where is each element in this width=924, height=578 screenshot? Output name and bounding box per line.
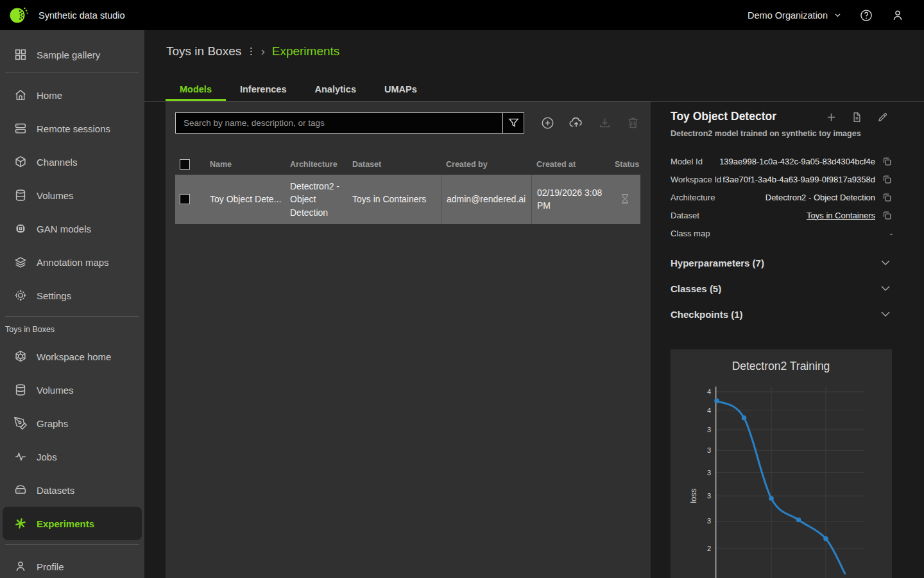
cloud-upload-icon — [569, 116, 584, 131]
app-title: Synthetic data studio — [38, 10, 125, 21]
sidebar-item-workspace-home[interactable]: Workspace home — [0, 340, 144, 373]
chart-ylabel: loss — [689, 488, 698, 504]
workspace-section-label: Toys in Boxes — [0, 317, 144, 340]
field-architecture: Architecture Detectron2 - Object Detecti… — [671, 188, 893, 206]
sidebar-item-ws-volumes[interactable]: Volumes — [0, 373, 144, 407]
sidebar-item-graphs[interactable]: Graphs — [0, 407, 144, 440]
sidebar-item-remote-sessions[interactable]: Remote sessions — [0, 112, 144, 145]
section-checkpoints[interactable]: Checkpoints (1) — [671, 301, 893, 327]
sidebar-item-gan-models[interactable]: GAN models — [0, 212, 144, 245]
rendered-ai-logo-icon — [8, 5, 29, 26]
tab-inferences[interactable]: Inferences — [226, 79, 301, 101]
svg-text:2: 2 — [707, 545, 711, 552]
toolbar-actions — [540, 116, 640, 131]
database-icon — [13, 382, 28, 398]
drive-icon — [13, 482, 28, 498]
training-chart-card: Detectron2 Training loss 44333332 — [671, 349, 892, 578]
sidebar-item-volumes[interactable]: Volumes — [0, 179, 144, 212]
sidebar-item-experiments[interactable]: Experiments — [3, 507, 142, 540]
sidebar-item-label: Settings — [37, 290, 71, 301]
search-input[interactable] — [176, 113, 502, 133]
section-classes[interactable]: Classes (5) — [671, 276, 893, 301]
svg-text:3: 3 — [707, 446, 711, 454]
column-header-architecture[interactable]: Architecture — [285, 160, 347, 169]
sidebar-item-label: Remote sessions — [37, 123, 110, 134]
table-row[interactable]: Toy Object Dete... Detectron2 - Object D… — [175, 175, 640, 224]
section-hyperparameters[interactable]: Hyperparameters (7) — [671, 250, 893, 276]
sidebar-item-label: Sample gallery — [37, 49, 100, 60]
column-header-name[interactable]: Name — [205, 160, 285, 169]
sidebar-item-label: Annotation maps — [37, 257, 109, 268]
sidebar-item-label: Graphs — [37, 418, 68, 429]
sidebar-item-datasets[interactable]: Datasets — [0, 473, 144, 507]
user-profile-icon[interactable] — [891, 8, 905, 22]
grid-icon — [13, 47, 28, 62]
svg-text:4: 4 — [707, 388, 711, 396]
svg-text:3: 3 — [707, 469, 711, 477]
cell-created-at: 02/19/2026 3:08 PM — [531, 175, 610, 224]
plus-icon — [825, 111, 837, 123]
add-button[interactable] — [825, 111, 837, 123]
copy-icon[interactable] — [875, 174, 893, 185]
tab-models[interactable]: Models — [166, 79, 226, 101]
column-header-created-by[interactable]: Created by — [441, 160, 531, 169]
breadcrumb-workspace[interactable]: Toys in Boxes — [166, 44, 241, 58]
plus-circle-icon — [540, 116, 555, 130]
sidebar-item-label: Workspace home — [37, 351, 111, 362]
layers-icon — [13, 254, 28, 270]
edit-button[interactable] — [877, 111, 889, 123]
organization-name: Demo Organization — [748, 10, 828, 21]
chevron-down-icon — [878, 256, 893, 270]
dataset-link[interactable]: Toys in Containers — [699, 211, 875, 220]
column-header-dataset[interactable]: Dataset — [347, 160, 441, 169]
tab-umaps[interactable]: UMAPs — [370, 79, 431, 101]
breadcrumb: Toys in Boxes › Experiments — [166, 44, 339, 58]
sidebar-item-home[interactable]: Home — [0, 78, 144, 112]
sidebar-item-label: Home — [37, 90, 62, 101]
toolbar — [175, 112, 640, 134]
chart-title: Detectron2 Training — [732, 360, 830, 372]
upload-model-button[interactable] — [569, 116, 584, 131]
delete-model-button[interactable] — [626, 116, 640, 130]
sidebar-item-sample-gallery[interactable]: Sample gallery — [0, 37, 144, 73]
sidebar-item-label: Volumes — [37, 190, 74, 201]
tab-analytics[interactable]: Analytics — [301, 79, 370, 101]
asterisk-icon — [13, 516, 28, 531]
sidebar-item-label: Profile — [37, 561, 64, 572]
svg-text:3: 3 — [707, 517, 711, 525]
person-icon — [13, 559, 28, 574]
home-icon — [13, 87, 28, 103]
column-header-created-at[interactable]: Created at — [531, 160, 610, 169]
funnel-icon — [507, 116, 520, 130]
add-model-button[interactable] — [540, 116, 555, 130]
collapsible-sections: Hyperparameters (7) Classes (5) Checkpoi… — [671, 250, 893, 327]
cell-status — [610, 175, 640, 224]
gear-icon — [13, 288, 28, 303]
sidebar-item-jobs[interactable]: Jobs — [0, 440, 144, 473]
sidebar-item-profile[interactable]: Profile — [0, 550, 144, 578]
notes-button[interactable] — [851, 111, 863, 123]
copy-icon[interactable] — [875, 210, 893, 221]
breadcrumb-separator: › — [261, 45, 265, 58]
sidebar-item-annotation-maps[interactable]: Annotation maps — [0, 245, 144, 279]
select-all-checkbox[interactable] — [180, 159, 190, 170]
chip-icon — [13, 221, 28, 236]
table-header-row: Name Architecture Dataset Created by Cre… — [175, 154, 640, 175]
sidebar-item-channels[interactable]: Channels — [0, 145, 144, 179]
sidebar-item-settings[interactable]: Settings — [0, 279, 144, 312]
geodesic-icon — [13, 349, 28, 364]
chevron-down-icon — [834, 11, 842, 19]
row-checkbox[interactable] — [180, 194, 190, 204]
organization-selector[interactable]: Demo Organization — [748, 10, 842, 21]
download-model-button[interactable] — [597, 116, 612, 130]
copy-icon[interactable] — [875, 192, 893, 203]
cell-architecture: Detectron2 - Object Detection — [285, 175, 347, 224]
help-icon[interactable] — [859, 8, 873, 22]
column-header-status[interactable]: Status — [610, 160, 640, 169]
tab-bar: Models Inferences Analytics UMAPs — [166, 79, 431, 101]
pencil-icon — [877, 111, 889, 123]
kebab-menu-icon[interactable] — [248, 46, 254, 57]
copy-icon[interactable] — [875, 156, 893, 167]
filter-button[interactable] — [503, 113, 524, 133]
cube-icon — [13, 154, 28, 170]
